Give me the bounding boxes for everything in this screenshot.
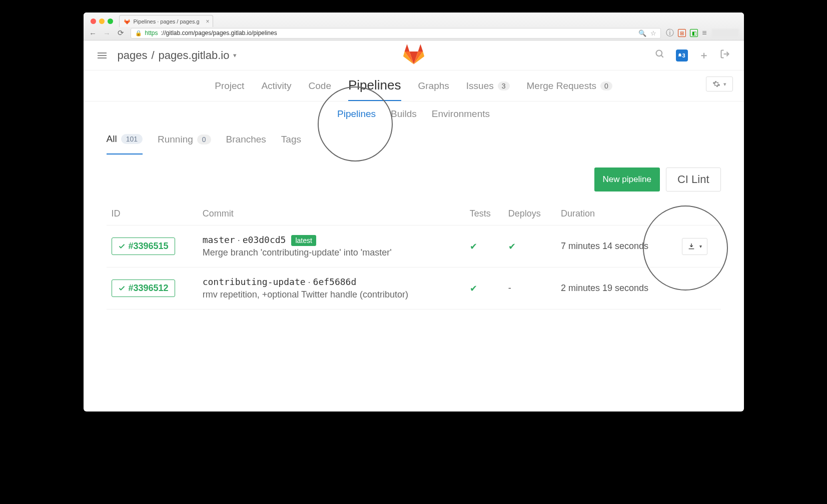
check-icon bbox=[118, 284, 126, 292]
commit-message: Merge branch 'contributing-update' into … bbox=[203, 248, 460, 258]
url-path: ://gitlab.com/pages/pages.gitlab.io/pipe… bbox=[161, 30, 277, 36]
office-extension-icon[interactable]: ⊞ bbox=[678, 29, 686, 37]
browser-chrome: Pipelines · pages / pages.g × ← → ⟳ 🔒 ht… bbox=[84, 12, 744, 40]
chevron-down-icon: ▾ bbox=[699, 244, 702, 249]
pipelines-subnav: Pipelines Builds Environments bbox=[84, 102, 744, 126]
col-tests: Tests bbox=[465, 202, 503, 226]
svg-point-0 bbox=[656, 50, 662, 56]
tab-pipelines[interactable]: Pipelines bbox=[348, 70, 401, 101]
check-icon: ✔ bbox=[470, 242, 477, 252]
sign-out-icon[interactable] bbox=[720, 49, 730, 62]
maximize-window-icon[interactable] bbox=[108, 18, 113, 24]
gitlab-favicon-icon bbox=[124, 18, 131, 25]
notifications-button[interactable]: 3 bbox=[676, 50, 688, 62]
ci-lint-button[interactable]: CI Lint bbox=[666, 168, 721, 192]
filter-branches[interactable]: Branches bbox=[226, 134, 266, 154]
commit-sha[interactable]: e03d0cd5 bbox=[243, 234, 286, 245]
chevron-down-icon[interactable]: ▾ bbox=[233, 52, 237, 59]
close-tab-icon[interactable]: × bbox=[206, 18, 210, 25]
deploys-empty: - bbox=[503, 268, 556, 310]
close-window-icon[interactable] bbox=[91, 18, 96, 24]
forward-button[interactable]: → bbox=[103, 29, 112, 38]
project-nav: Project Activity Code Pipelines Graphs I… bbox=[84, 70, 744, 102]
svg-line-1 bbox=[661, 56, 663, 58]
reload-button[interactable]: ⟳ bbox=[117, 28, 126, 38]
branch-name[interactable]: master bbox=[203, 234, 235, 245]
breadcrumb-group[interactable]: pages bbox=[118, 49, 148, 62]
subtab-environments[interactable]: Environments bbox=[432, 108, 490, 120]
settings-dropdown[interactable]: ▾ bbox=[706, 76, 733, 92]
minimize-window-icon[interactable] bbox=[99, 18, 105, 24]
tab-merge-requests[interactable]: Merge Requests0 bbox=[527, 70, 612, 101]
check-icon: ✔ bbox=[470, 284, 477, 294]
new-pipeline-button[interactable]: New pipeline bbox=[594, 168, 660, 192]
tab-project[interactable]: Project bbox=[215, 70, 244, 101]
back-button[interactable]: ← bbox=[89, 29, 98, 38]
download-artifacts-button[interactable]: ▾ bbox=[682, 238, 707, 255]
gear-icon bbox=[712, 80, 720, 88]
col-deploys: Deploys bbox=[503, 202, 556, 226]
filter-all[interactable]: All101 bbox=[107, 134, 143, 154]
extension-icon[interactable]: ◧ bbox=[690, 29, 698, 37]
url-scheme: https bbox=[145, 30, 158, 36]
notifications-count: 3 bbox=[682, 52, 685, 58]
info-extension-icon[interactable]: ⓘ bbox=[666, 28, 674, 38]
tab-issues[interactable]: Issues3 bbox=[466, 70, 510, 101]
pipelines-table: ID Commit Tests Deploys Duration bbox=[107, 202, 721, 310]
bookmark-star-icon[interactable]: ☆ bbox=[650, 30, 656, 37]
check-icon: ✔ bbox=[508, 242, 516, 252]
tab-activity[interactable]: Activity bbox=[261, 70, 291, 101]
pipeline-id-badge[interactable]: #3396515 bbox=[112, 238, 175, 255]
download-icon bbox=[687, 242, 695, 250]
subtab-builds[interactable]: Builds bbox=[391, 108, 417, 120]
branch-name[interactable]: contributing-update bbox=[203, 276, 306, 287]
table-row: #3396515 master · e03d0cd5 latest Merge … bbox=[107, 226, 721, 268]
subtab-pipelines[interactable]: Pipelines bbox=[337, 108, 376, 120]
commit-message: rmv repetition, +optional Twitter handle… bbox=[203, 290, 460, 300]
col-commit: Commit bbox=[198, 202, 465, 226]
check-icon bbox=[118, 242, 126, 250]
plus-icon[interactable]: ＋ bbox=[699, 48, 709, 62]
latest-badge: latest bbox=[291, 235, 316, 246]
duration: 7 minutes 14 seconds bbox=[556, 226, 677, 268]
duration: 2 minutes 19 seconds bbox=[556, 268, 677, 310]
address-bar[interactable]: 🔒 https://gitlab.com/pages/pages.gitlab.… bbox=[131, 28, 661, 38]
breadcrumb-project[interactable]: pages.gitlab.io bbox=[159, 49, 230, 62]
breadcrumb: pages / pages.gitlab.io ▾ bbox=[118, 49, 237, 62]
col-id: ID bbox=[107, 202, 198, 226]
gitlab-logo-icon[interactable] bbox=[403, 44, 425, 68]
filter-running[interactable]: Running0 bbox=[158, 134, 211, 154]
lock-icon: 🔒 bbox=[135, 30, 142, 36]
filter-tags[interactable]: Tags bbox=[281, 134, 301, 154]
pipeline-id-badge[interactable]: #3396512 bbox=[112, 280, 175, 297]
chevron-down-icon: ▾ bbox=[723, 81, 726, 88]
col-duration: Duration bbox=[556, 202, 677, 226]
window-controls[interactable] bbox=[88, 18, 116, 27]
filter-tabs: All101 Running0 Branches Tags bbox=[107, 134, 721, 154]
hamburger-menu-icon[interactable] bbox=[98, 52, 107, 58]
tab-title: Pipelines · pages / pages.g bbox=[134, 18, 200, 24]
chrome-menu-icon[interactable]: ≡ bbox=[702, 28, 706, 38]
commit-sha[interactable]: 6ef5686d bbox=[313, 276, 357, 287]
zoom-icon[interactable]: 🔍 bbox=[638, 30, 646, 37]
tab-code[interactable]: Code bbox=[309, 70, 331, 101]
search-icon[interactable] bbox=[655, 49, 665, 62]
tab-graphs[interactable]: Graphs bbox=[418, 70, 449, 101]
browser-tab[interactable]: Pipelines · pages / pages.g × bbox=[119, 15, 213, 27]
profile-chip[interactable] bbox=[712, 29, 739, 37]
table-row: #3396512 contributing-update · 6ef5686d … bbox=[107, 268, 721, 310]
